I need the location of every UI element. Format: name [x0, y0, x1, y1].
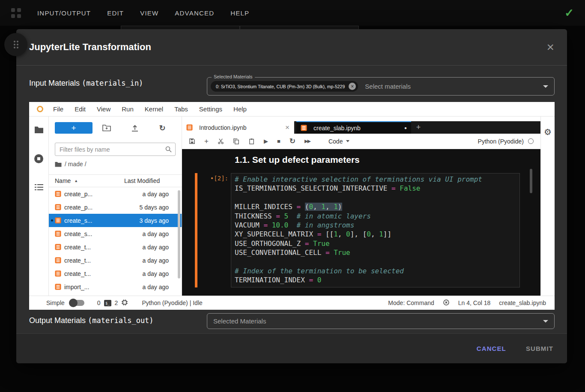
- new-tab-icon[interactable]: +: [411, 121, 426, 134]
- cut-icon[interactable]: [218, 138, 224, 144]
- chip-remove-icon[interactable]: ×: [349, 83, 356, 90]
- current-file-name: create_slab.ipynb: [499, 299, 546, 306]
- jlab-menu-settings[interactable]: Settings: [194, 105, 228, 113]
- notebook-icon: [55, 284, 61, 290]
- menu-edit[interactable]: EDIT: [107, 9, 124, 17]
- jlab-menu-view[interactable]: View: [91, 105, 116, 113]
- restart-run-all-icon[interactable]: ▶▶: [304, 139, 310, 144]
- jlab-body: + ↻: [29, 117, 555, 296]
- file-row[interactable]: create_p...a day ago: [49, 187, 182, 200]
- upload-icon[interactable]: [131, 125, 139, 132]
- file-name: create_s...: [64, 217, 124, 224]
- submit-button[interactable]: SUBMIT: [526, 345, 553, 352]
- jlab-menu-help[interactable]: Help: [228, 105, 252, 113]
- file-list-scrollbar[interactable]: [178, 190, 180, 278]
- file-modified: a day ago: [124, 270, 182, 277]
- jlab-menu-run[interactable]: Run: [116, 105, 139, 113]
- kernel-name[interactable]: Python (Pyodide): [478, 138, 524, 145]
- paste-icon[interactable]: [248, 138, 255, 144]
- stop-kernel-icon[interactable]: ■: [277, 138, 281, 144]
- table-of-contents-icon[interactable]: [35, 184, 43, 191]
- save-icon[interactable]: [189, 138, 195, 144]
- status-bar-right: Mode: Command Ln 4, Col 18 create_slab.i…: [388, 299, 546, 307]
- cell-type-dropdown[interactable]: Code: [328, 138, 349, 145]
- running-kernels-icon[interactable]: [34, 154, 43, 163]
- jlab-menu-tabs[interactable]: Tabs: [169, 105, 194, 113]
- notebook-icon: [55, 191, 61, 197]
- file-modified: a day ago: [124, 284, 182, 290]
- running-sessions[interactable]: 0 $_ 2: [97, 299, 128, 307]
- code-line: IS_TERMINATIONS_SELECTION_INTERACTIVE = …: [235, 184, 516, 193]
- file-row[interactable]: import_...a day ago: [49, 280, 182, 293]
- tab-close-icon[interactable]: ×: [285, 124, 290, 131]
- close-icon[interactable]: ×: [546, 42, 554, 52]
- chevron-down-icon[interactable]: [543, 320, 548, 323]
- notebook-scrollbar[interactable]: [530, 169, 532, 193]
- file-name: create_s...: [64, 230, 124, 237]
- unsaved-changes-dot: ●: [404, 126, 407, 130]
- notebook-icon: [55, 257, 61, 263]
- kernel-count: 2: [115, 299, 118, 306]
- jlab-menu-kernel[interactable]: Kernel: [139, 105, 169, 113]
- menu-input-output[interactable]: INPUT/OUTPUT: [37, 9, 91, 17]
- cursor-position[interactable]: Ln 4, Col 18: [458, 299, 491, 306]
- menu-advanced[interactable]: ADVANCED: [175, 9, 214, 17]
- apply-check-icon[interactable]: ✓: [564, 7, 574, 18]
- chevron-down-icon[interactable]: [543, 85, 548, 88]
- output-materials-select[interactable]: Selected Materials: [207, 313, 555, 329]
- filter-files-input[interactable]: [55, 143, 176, 156]
- jupyterlite-transformation-dialog: JupyterLite Transformation × Input Mater…: [16, 29, 567, 363]
- code-editor[interactable]: # Enable interactive selection of termin…: [231, 173, 520, 287]
- jlab-menu-file[interactable]: File: [48, 105, 69, 113]
- file-row[interactable]: create_p...5 days ago: [49, 200, 182, 214]
- new-launcher-button[interactable]: +: [55, 122, 93, 134]
- file-name: import_...: [64, 284, 124, 290]
- file-modified: 5 days ago: [124, 204, 182, 211]
- markdown-heading-cell[interactable]: 1.1. Set up defect parameters: [235, 155, 540, 165]
- column-name-label: Name: [55, 177, 71, 184]
- jupyter-logo-icon: [37, 106, 43, 112]
- file-row[interactable]: create_s...a day ago: [49, 227, 182, 240]
- refresh-icon[interactable]: ↻: [159, 124, 165, 132]
- breadcrumb[interactable]: / made /: [49, 156, 182, 174]
- simple-mode-toggle[interactable]: Simple: [46, 299, 84, 306]
- notifications-off-icon[interactable]: [443, 299, 450, 307]
- tab-bar: Introduction.ipynb × create_slab.ipynb ●…: [182, 121, 540, 134]
- input-materials-select[interactable]: Selected Materials 0: SrTiO3, Strontium …: [207, 77, 555, 96]
- copy-icon[interactable]: [233, 138, 239, 144]
- toggle-switch[interactable]: [70, 300, 84, 306]
- notebook-icon: [55, 270, 61, 277]
- file-browser-icon[interactable]: [34, 126, 44, 134]
- kernel-status-text[interactable]: Python (Pyodide) | Idle: [142, 299, 202, 306]
- sort-ascending-icon: ▲: [74, 179, 78, 183]
- file-filter: [55, 143, 176, 156]
- dialog-header: JupyterLite Transformation ×: [16, 29, 567, 66]
- execution-count-label: [2]:: [214, 175, 228, 182]
- selected-materials-legend: Selected Materials: [212, 74, 255, 79]
- new-folder-icon[interactable]: [102, 124, 111, 132]
- search-icon: [165, 146, 172, 154]
- column-header-modified[interactable]: Last Modified: [124, 177, 182, 184]
- tab-create-slab[interactable]: create_slab.ipynb ●: [296, 121, 411, 134]
- file-row[interactable]: create_t...a day ago: [49, 254, 182, 267]
- jlab-status-bar: Simple 0 $_ 2 Python (Pyodide) | Idle Mo…: [29, 296, 555, 310]
- restart-kernel-icon[interactable]: ↻: [290, 138, 295, 145]
- file-row[interactable]: create_t...a day ago: [49, 240, 182, 254]
- run-cell-icon[interactable]: ▶: [264, 138, 268, 144]
- jlab-menu-edit[interactable]: Edit: [69, 105, 91, 113]
- file-list: create_p...a day agocreate_p...5 days ag…: [49, 187, 182, 296]
- add-cell-icon[interactable]: +: [204, 138, 209, 145]
- menu-help[interactable]: HELP: [230, 9, 249, 17]
- file-name: create_t...: [64, 244, 124, 251]
- drag-handle-button[interactable]: [4, 33, 27, 56]
- column-header-name[interactable]: Name ▲: [55, 177, 124, 184]
- chevron-down-icon: [346, 140, 349, 142]
- file-row[interactable]: create_t...a day ago: [49, 267, 182, 280]
- code-line: VACUUM = 10.0 # in angstroms: [235, 221, 516, 230]
- file-row[interactable]: create_s...3 days ago: [49, 214, 182, 227]
- menu-view[interactable]: VIEW: [140, 9, 158, 17]
- gear-icon[interactable]: ⚙: [544, 128, 552, 136]
- tab-introduction[interactable]: Introduction.ipynb ×: [182, 121, 294, 134]
- cancel-button[interactable]: CANCEL: [477, 345, 506, 352]
- open-indicator: [51, 219, 53, 221]
